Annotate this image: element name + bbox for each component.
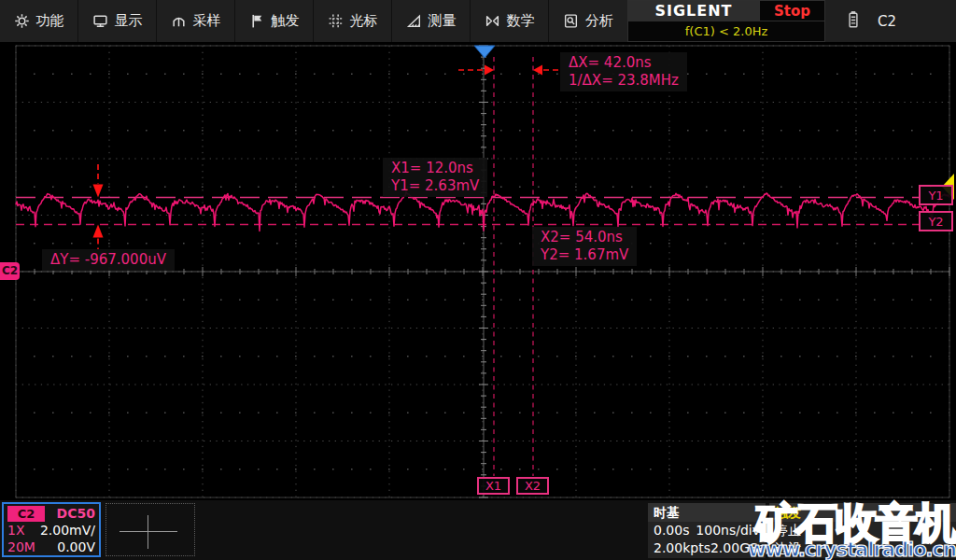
menu-item-trigger[interactable]: 触发	[235, 0, 314, 42]
channel-bandwidth: 20M	[7, 539, 35, 554]
y2-cursor-handle[interactable]: Y2	[919, 211, 953, 231]
trigger-type: 边沿	[775, 539, 801, 557]
inv-dx-value: 1/ΔX= 23.8MHz	[569, 72, 679, 90]
channel-c2-offset-marker[interactable]: C2	[0, 262, 20, 280]
delta-x-readout: ΔX= 42.0ns 1/ΔX= 23.8MHz	[560, 52, 687, 91]
menu-item-label: 光标	[350, 12, 378, 30]
dy-arrow-up	[93, 224, 104, 237]
x1-cursor-handle[interactable]: X1	[477, 477, 510, 495]
delta-y-readout: ΔY= -967.000uV	[42, 249, 175, 271]
trigger-descriptor[interactable]: 触发 停止 边沿	[769, 503, 956, 558]
channel-c2-descriptor[interactable]: C2 DC50 1X 2.00mV/ 20M 0.00V	[2, 502, 101, 557]
empty-channel-slot[interactable]	[105, 503, 195, 556]
menu-item-label: 显示	[115, 12, 143, 30]
cross-icon	[120, 531, 177, 532]
math-icon	[485, 13, 500, 29]
trigger-flag-icon	[249, 13, 265, 29]
status-panel: SIGLENT Stop f(C1) < 2.0Hz	[627, 0, 825, 42]
display-icon	[92, 13, 108, 29]
channel-offset: 0.00V	[57, 539, 95, 554]
list-icon	[846, 10, 861, 33]
channel-scale: 2.00mV/	[40, 523, 95, 538]
scope-graticule-and-trace	[0, 42, 956, 500]
trigger-position-marker[interactable]	[474, 46, 495, 58]
dy-arrow-down	[93, 184, 104, 197]
y1-cursor-handle[interactable]: Y1	[919, 185, 953, 205]
menu-item-label: 采样	[193, 12, 221, 30]
dx-value: ΔX= 42.0ns	[569, 54, 679, 72]
menu-item-utility[interactable]: 功能	[0, 0, 78, 42]
x2-cursor-handle[interactable]: X2	[516, 477, 549, 495]
timebase-title: 时基	[648, 503, 766, 522]
channel-name-tab: C2	[7, 506, 45, 522]
y2-value: Y2= 1.67mV	[541, 246, 628, 264]
top-menu-bar: 功能 显示 采样 触发	[0, 0, 956, 42]
channel-coupling: DC50	[57, 506, 95, 521]
menu-item-cursors[interactable]: 光标	[314, 0, 392, 42]
siglent-logo: SIGLENT	[628, 1, 759, 21]
menu-item-display[interactable]: 显示	[78, 0, 157, 42]
active-channel-indicator[interactable]: C2	[878, 13, 896, 30]
x1-value: X1= 12.0ns	[391, 160, 479, 177]
trigger-title: 触发	[769, 503, 956, 522]
analysis-icon	[563, 13, 579, 29]
timebase-points: 2.00kpts	[654, 539, 710, 557]
menu-item-label: 触发	[272, 12, 300, 30]
trigger-state: 停止	[775, 522, 801, 539]
timebase-delay: 0.00s	[654, 522, 689, 539]
timebase-descriptor[interactable]: 时基 0.00s 100ns/div 2.00kpts 2.00GSa/s	[648, 503, 766, 558]
menu-item-acquire[interactable]: 采样	[157, 0, 235, 42]
menu-item-analysis[interactable]: 分析	[549, 0, 627, 42]
menu-item-measure[interactable]: 测量	[392, 0, 471, 42]
cross-icon	[148, 515, 148, 549]
menu-item-label: 分析	[585, 12, 613, 30]
gear-icon	[14, 13, 30, 29]
acquire-icon	[171, 13, 187, 29]
menu-item-math[interactable]: 数学	[471, 0, 549, 42]
measure-ruler-icon	[406, 13, 422, 29]
channel-probe: 1X	[7, 523, 25, 538]
menu-item-label: 功能	[36, 12, 64, 30]
timebase-rate: 2.00GSa/s	[710, 539, 778, 557]
cursor2-readout: X2= 54.0ns Y2= 1.67mV	[532, 227, 637, 266]
menu-item-label: 测量	[429, 12, 457, 30]
cursor-grid-icon	[328, 13, 344, 29]
top-right-section: C2	[825, 0, 956, 42]
cursor1-readout: X1= 12.0ns Y1= 2.63mV	[383, 158, 487, 197]
dx-arrow-left	[485, 65, 494, 76]
menu-item-label: 数学	[507, 12, 535, 30]
bottom-status-bar: C2 DC50 1X 2.00mV/ 20M 0.00V 时基 0.00s 10…	[0, 500, 956, 560]
waveform-display-area: ΔX= 42.0ns 1/ΔX= 23.8MHz X1= 12.0ns Y1= …	[0, 42, 956, 500]
timebase-scale: 100ns/div	[696, 522, 760, 539]
y1-value: Y1= 2.63mV	[391, 177, 479, 195]
oscilloscope-screen: 功能 显示 采样 触发	[0, 0, 956, 560]
dy-value: ΔY= -967.000uV	[50, 251, 166, 269]
x2-value: X2= 54.0ns	[541, 229, 628, 246]
run-stop-indicator[interactable]: Stop	[759, 1, 824, 21]
trigger-frequency-readout: f(C1) < 2.0Hz	[628, 21, 824, 41]
